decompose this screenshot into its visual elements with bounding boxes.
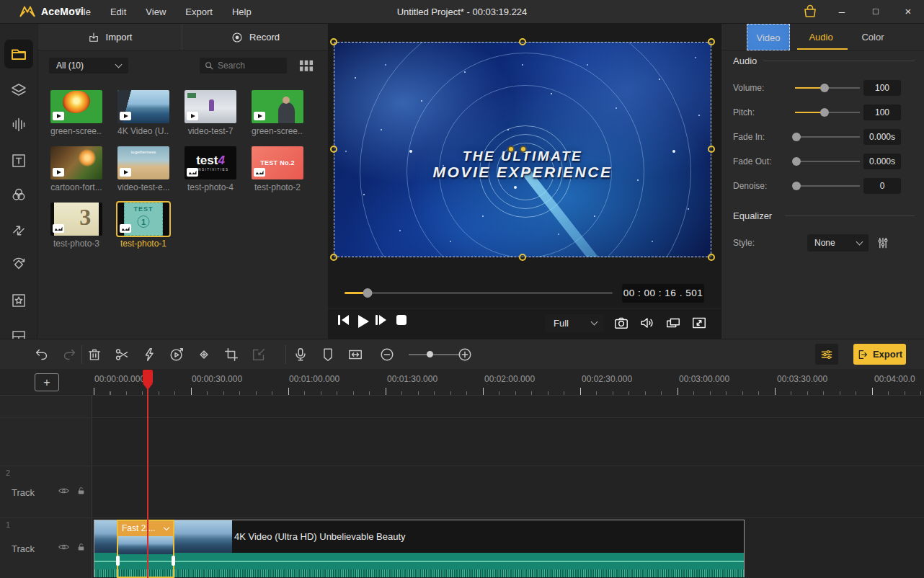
stop-button[interactable]: [396, 315, 407, 325]
sidebar-item-filters[interactable]: [4, 180, 33, 209]
selection-handle[interactable]: [708, 146, 715, 153]
pitch-value[interactable]: 100: [863, 105, 901, 120]
empty-track-row[interactable]: [0, 418, 924, 466]
speed-effect-header[interactable]: Fast 2....: [118, 521, 173, 536]
store-cart-button[interactable]: [801, 3, 819, 20]
media-item[interactable]: TEST No.2 test-photo-2: [252, 146, 303, 192]
fade-in-value[interactable]: 0.000s: [863, 129, 901, 145]
media-item-selected[interactable]: TEST 1 test-photo-1: [117, 203, 169, 249]
empty-track-row[interactable]: [0, 396, 924, 418]
media-item[interactable]: green-scree...: [50, 90, 102, 136]
zoom-slider-knob[interactable]: [427, 351, 433, 357]
mute-button[interactable]: [639, 315, 655, 331]
menu-file[interactable]: File: [76, 6, 91, 17]
equalizer-settings-button[interactable]: [876, 236, 890, 253]
track-lock-toggle[interactable]: [76, 541, 86, 555]
search-box[interactable]: [200, 58, 287, 74]
sidebar-item-elements[interactable]: [4, 76, 33, 105]
track-2-row[interactable]: 2 Track: [0, 466, 924, 518]
menu-edit[interactable]: Edit: [110, 6, 126, 17]
marker-button[interactable]: [320, 347, 336, 363]
maximize-button[interactable]: □: [859, 0, 892, 24]
track-visibility-toggle[interactable]: [58, 541, 70, 556]
media-item[interactable]: video-test-7: [185, 90, 236, 136]
previous-frame-button[interactable]: [338, 315, 349, 325]
selection-handle[interactable]: [708, 254, 715, 261]
selection-handle[interactable]: [330, 146, 337, 153]
anchor-handle[interactable]: [507, 146, 515, 153]
selection-handle[interactable]: [708, 38, 715, 45]
zoom-out-button[interactable]: [379, 347, 395, 363]
snapshot-button[interactable]: [613, 315, 629, 331]
timeline-zoom-slider[interactable]: [409, 354, 461, 355]
tab-import[interactable]: Import: [37, 24, 182, 50]
sidebar-item-audio[interactable]: [4, 110, 33, 139]
close-button[interactable]: ×: [892, 0, 924, 24]
media-item[interactable]: green-scree...: [252, 90, 303, 136]
export-button[interactable]: Export: [853, 344, 906, 365]
fade-out-value[interactable]: 0.000s: [863, 154, 901, 169]
track-visibility-toggle[interactable]: [58, 484, 70, 499]
media-item[interactable]: 3 test-photo-3: [50, 203, 102, 249]
undo-button[interactable]: [34, 347, 50, 363]
zoom-in-button[interactable]: [457, 347, 473, 363]
tab-color[interactable]: Color: [851, 24, 894, 50]
keyframe-button[interactable]: [196, 347, 212, 363]
delete-button[interactable]: [86, 347, 102, 363]
media-item[interactable]: 4K Video (U...: [117, 90, 169, 136]
sidebar-item-behaviors[interactable]: [4, 250, 33, 279]
menu-help[interactable]: Help: [232, 6, 252, 17]
selection-handle[interactable]: [330, 38, 337, 45]
media-item[interactable]: togetherness video-test-e...: [117, 146, 169, 192]
video-clip[interactable]: 4K Video (Ultra HD) Unbelievable Beauty …: [94, 520, 745, 577]
preview-scrubber[interactable]: [345, 292, 613, 294]
media-item[interactable]: test4 SENSITIVITIES test-photo-4: [185, 146, 236, 192]
track-lock-toggle[interactable]: [76, 485, 86, 499]
dual-screen-button[interactable]: [665, 315, 681, 331]
sidebar-item-text[interactable]: [4, 146, 33, 175]
media-item[interactable]: cartoon-fort...: [50, 146, 102, 192]
preview-viewport[interactable]: THE ULTIMATE MOVIE EXPERIENCE: [334, 42, 711, 257]
track-1-row[interactable]: 1 Track 4K Video (Ultra HD) Unbelievable…: [0, 518, 924, 578]
denoise-value[interactable]: 0: [863, 178, 901, 194]
speed-ramping-button[interactable]: [169, 347, 185, 363]
selection-handle[interactable]: [519, 254, 526, 261]
play-button[interactable]: [358, 315, 369, 328]
menu-export[interactable]: Export: [185, 6, 213, 17]
fade-out-slider[interactable]: [795, 161, 860, 162]
output-settings-button[interactable]: [815, 344, 838, 365]
minimize-button[interactable]: –: [825, 0, 858, 24]
selected-clip-segment[interactable]: Fast 2....: [117, 520, 174, 578]
search-input[interactable]: [218, 61, 279, 71]
selection-handle[interactable]: [330, 254, 337, 261]
add-track-button[interactable]: +: [35, 373, 59, 391]
fullscreen-button[interactable]: [691, 315, 707, 331]
trim-handle-left[interactable]: [116, 556, 120, 566]
selection-handle[interactable]: [519, 38, 526, 45]
anchor-handle[interactable]: [520, 146, 527, 153]
sidebar-item-media[interactable]: [4, 40, 33, 68]
trim-handle-right[interactable]: [172, 556, 175, 566]
sidebar-item-transitions[interactable]: [4, 216, 33, 245]
scrubber-knob[interactable]: [363, 288, 373, 298]
fade-in-slider[interactable]: [795, 136, 860, 138]
timeline-ruler[interactable]: + 00:00:00.000 00:00:30.000 00:01:00.000…: [0, 369, 924, 396]
grid-view-button[interactable]: [298, 58, 314, 73]
tab-record[interactable]: Record: [182, 24, 328, 50]
fit-timeline-button[interactable]: [347, 347, 363, 363]
split-cut-button[interactable]: [114, 347, 130, 363]
preview-zoom-select[interactable]: Full: [545, 314, 604, 332]
tab-video[interactable]: Video: [747, 24, 790, 50]
denoise-slider[interactable]: [795, 185, 860, 187]
tab-audio[interactable]: Audio: [799, 24, 843, 50]
volume-slider[interactable]: [795, 87, 860, 89]
edit-button[interactable]: [251, 347, 267, 363]
menu-view[interactable]: View: [146, 6, 166, 17]
speed-button[interactable]: [141, 347, 157, 363]
voiceover-button[interactable]: [293, 347, 308, 363]
crop-button[interactable]: [223, 347, 239, 363]
pitch-slider[interactable]: [795, 112, 860, 113]
sidebar-item-effects[interactable]: [4, 286, 33, 315]
volume-value[interactable]: 100: [863, 80, 901, 96]
equalizer-style-select[interactable]: None: [807, 234, 869, 252]
